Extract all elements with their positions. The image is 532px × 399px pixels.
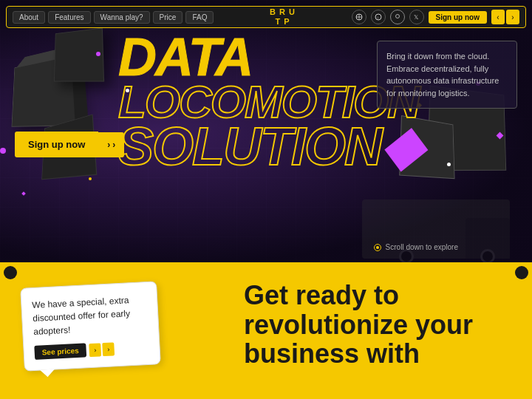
hero-section: DATA LOCOMOTION SOLUTION◆ Sign up now › … [0, 0, 532, 266]
nav-price[interactable]: Price [153, 11, 183, 24]
network-icon[interactable] [352, 10, 366, 24]
yellow-heading-line1: Get ready to [244, 281, 495, 310]
nav-next-button[interactable]: › [506, 10, 519, 24]
confetti-dot [96, 52, 100, 56]
nav-arrow-buttons: ‹ › [491, 10, 519, 24]
confetti-dot [0, 148, 6, 154]
svg-text:𝕏: 𝕏 [414, 14, 419, 21]
yellow-corner-dot-left [4, 266, 17, 279]
hero-title-data: DATA [118, 33, 420, 81]
see-prices-button[interactable]: See prices [34, 343, 86, 360]
hero-info-box: Bring it down from the cloud. Embrace de… [377, 41, 517, 109]
nav-logo-line2: T P [270, 17, 296, 27]
github-icon[interactable]: ○ [371, 10, 386, 24]
nav-prev-button[interactable]: ‹ [491, 10, 505, 24]
cta-arrows[interactable]: › › [98, 132, 124, 157]
confetti-dot [89, 177, 92, 180]
twitter-icon[interactable]: 𝕏 [409, 10, 424, 24]
scroll-dot-icon [374, 244, 381, 251]
scroll-dot-inner [376, 246, 379, 249]
navbar: About Features Wanna play? Price FAQ B R… [6, 6, 526, 28]
scroll-text: Scroll down to explore [386, 243, 458, 251]
yellow-heading-line2: revolutionize your [244, 310, 495, 340]
hero-info-text: Bring it down from the cloud. Embrace de… [386, 50, 508, 99]
speech-button-row: See prices › › [34, 340, 149, 360]
chevron-right-icon-2: › [112, 140, 115, 150]
nav-signup-button[interactable]: Sign up now [429, 11, 487, 24]
nav-faq[interactable]: FAQ [185, 11, 214, 24]
speech-arrow-left[interactable]: › [89, 343, 101, 357]
yellow-main-heading: Get ready to revolutionize your business… [244, 281, 495, 369]
nav-features[interactable]: Features [48, 11, 90, 24]
yellow-corner-dot-right [515, 266, 528, 279]
scroll-indicator: Scroll down to explore [374, 243, 458, 251]
hero-cta-block: Sign up now › › [15, 132, 124, 157]
truck-wheel-1 [480, 249, 495, 264]
title-dot: ◆ [381, 117, 420, 176]
confetti-dot [447, 163, 451, 166]
speech-arrow-right[interactable]: › [102, 342, 115, 356]
yellow-section: We have a special, extra discounted offe… [0, 262, 532, 399]
signup-button[interactable]: Sign up now [15, 132, 98, 157]
hero-title-solution: SOLUTION◆ [118, 123, 420, 171]
chevron-right-icon-1: › [107, 140, 110, 150]
confetti-diamond [21, 191, 26, 196]
nav-logo: B R U T P [270, 7, 296, 27]
discord-icon[interactable] [390, 10, 405, 24]
nav-right-items: ○ 𝕏 Sign up now ‹ › [352, 10, 519, 24]
speech-bubble-card: We have a special, extra discounted offe… [20, 281, 161, 372]
hero-title-block: DATA LOCOMOTION SOLUTION◆ [118, 33, 420, 170]
speech-arrow-buttons: › › [89, 342, 115, 357]
svg-text:○: ○ [376, 16, 379, 20]
nav-about[interactable]: About [13, 11, 45, 24]
yellow-heading-line3: business with [244, 339, 495, 369]
nav-wanna-play[interactable]: Wanna play? [94, 11, 150, 24]
truck-wheel-2 [399, 249, 414, 264]
svg-point-5 [395, 15, 399, 18]
nav-logo-line1: B R U [270, 7, 296, 17]
speech-bubble-text: We have a special, extra discounted offe… [32, 293, 149, 338]
nav-left-items: About Features Wanna play? Price FAQ [13, 11, 214, 24]
